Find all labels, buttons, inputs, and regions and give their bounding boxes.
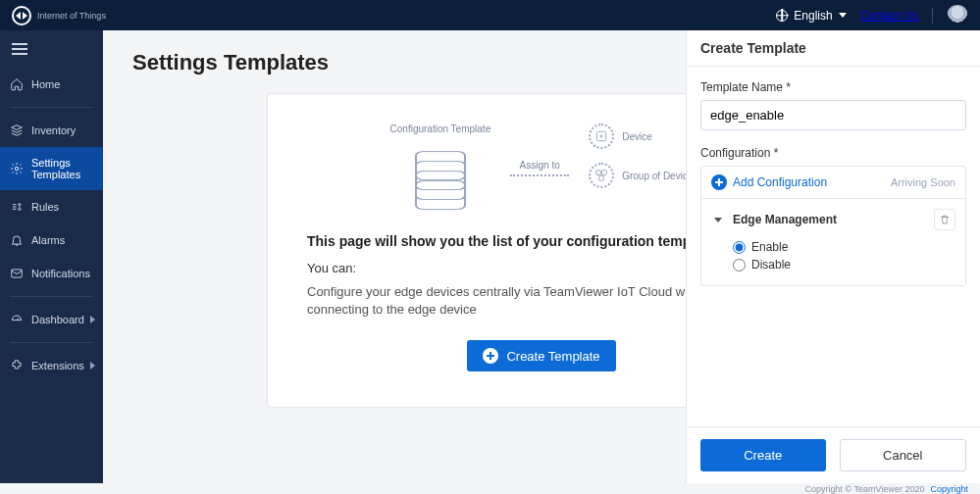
chevron-down-icon [839, 13, 847, 18]
teamviewer-logo-icon [12, 6, 31, 25]
svg-rect-1 [12, 270, 23, 277]
sidebar-item-label: Inventory [31, 124, 76, 136]
sidebar-item-label: Extensions [31, 360, 84, 371]
plus-circle-icon [483, 348, 498, 364]
home-icon [10, 77, 24, 91]
radio-disable-input[interactable] [733, 259, 746, 272]
globe-icon [776, 10, 788, 22]
brand-subtitle: Internet of Things [37, 12, 106, 21]
configuration-label: Configuration * [700, 146, 966, 160]
sidebar-item-dashboard[interactable]: Dashboard [0, 303, 103, 336]
footer-copyright-link[interactable]: Copyright [930, 484, 968, 494]
dashboard-icon [10, 313, 24, 326]
notifications-icon [10, 267, 24, 280]
sidebar-item-settings-templates[interactable]: Settings Templates [0, 147, 103, 190]
brand-text: TeamViewer Internet of Things [37, 11, 106, 21]
trash-icon [939, 214, 951, 225]
svg-rect-5 [602, 171, 607, 175]
create-template-drawer: Create Template Template Name * Configur… [686, 30, 980, 483]
inventory-icon [10, 124, 24, 137]
collapse-section-button[interactable] [711, 213, 725, 226]
chevron-right-icon [90, 362, 95, 370]
sidebar-item-inventory[interactable]: Inventory [0, 114, 103, 147]
footer: Copyright © TeamViewer 2020 Copyright [0, 483, 980, 494]
sidebar: Home Inventory Settings Templates Rules [0, 30, 103, 494]
sidebar-separator [10, 107, 93, 108]
device-group-icon [589, 163, 614, 188]
plus-circle-icon [711, 174, 727, 190]
rules-icon [10, 200, 24, 214]
add-configuration-label: Add Configuration [733, 175, 827, 189]
language-selector[interactable]: English [776, 9, 846, 23]
svg-rect-4 [596, 171, 601, 175]
sidebar-item-label: Alarms [31, 234, 65, 246]
chevron-down-icon [714, 218, 722, 222]
template-stack-icon [411, 140, 470, 189]
sidebar-item-label: Notifications [31, 268, 90, 279]
arriving-soon-tag: Arriving Soon [891, 176, 955, 188]
drawer-cancel-button[interactable]: Cancel [840, 439, 967, 471]
chevron-right-icon [90, 316, 95, 323]
contact-us-link[interactable]: Contact Us [860, 9, 918, 23]
device-icon [589, 124, 614, 149]
topbar-divider [932, 8, 933, 24]
svg-rect-2 [597, 131, 606, 140]
sidebar-item-notifications[interactable]: Notifications [0, 257, 103, 290]
add-configuration-link[interactable]: Add Configuration [711, 174, 827, 190]
diagram-assign-label: Assign to [520, 160, 560, 171]
config-section-title: Edge Management [733, 213, 837, 226]
configuration-box: Add Configuration Arriving Soon Edge Man… [700, 166, 966, 286]
radio-enable-label: Enable [751, 240, 788, 254]
radio-enable-input[interactable] [733, 241, 746, 254]
radio-enable[interactable]: Enable [733, 240, 955, 254]
config-section-edge-management: Edge Management Enable Disable [701, 199, 965, 285]
drawer-create-button[interactable]: Create [700, 439, 826, 471]
extensions-icon [10, 359, 24, 372]
create-template-button-label: Create Template [506, 349, 599, 364]
diagram-device-label: Device [622, 131, 652, 142]
radio-disable-label: Disable [751, 258, 791, 272]
sidebar-item-label: Settings Templates [31, 157, 93, 180]
settings-templates-icon [10, 162, 24, 175]
sidebar-item-home[interactable]: Home [0, 68, 103, 101]
sidebar-item-extensions[interactable]: Extensions [0, 349, 103, 382]
create-template-button[interactable]: Create Template [467, 340, 615, 371]
sidebar-item-label: Home [31, 78, 60, 90]
sidebar-item-label: Rules [31, 201, 59, 213]
brand-logo[interactable]: TeamViewer Internet of Things [12, 6, 106, 25]
alarms-icon [10, 233, 24, 247]
language-label: English [794, 9, 832, 23]
sidebar-item-label: Dashboard [31, 314, 84, 325]
sidebar-separator [10, 296, 93, 297]
svg-rect-6 [599, 176, 604, 181]
hamburger-icon[interactable] [0, 30, 103, 68]
footer-copyright: Copyright © TeamViewer 2020 [805, 484, 925, 494]
user-avatar[interactable] [947, 5, 968, 26]
delete-section-button[interactable] [934, 209, 955, 230]
sidebar-item-rules[interactable]: Rules [0, 190, 103, 223]
sidebar-separator [10, 342, 93, 343]
radio-disable[interactable]: Disable [733, 258, 955, 272]
svg-point-0 [15, 167, 19, 171]
template-name-label: Template Name * [700, 80, 966, 94]
sidebar-item-alarms[interactable]: Alarms [0, 223, 103, 257]
diagram-left-label: Configuration Template [390, 124, 491, 134]
svg-point-3 [600, 135, 602, 137]
dotted-arrow-icon [510, 174, 569, 176]
drawer-title: Create Template [687, 30, 980, 67]
diagram-group-label: Group of Device [622, 171, 693, 181]
template-name-input[interactable] [700, 100, 966, 130]
topbar: TeamViewer Internet of Things English Co… [0, 0, 980, 30]
